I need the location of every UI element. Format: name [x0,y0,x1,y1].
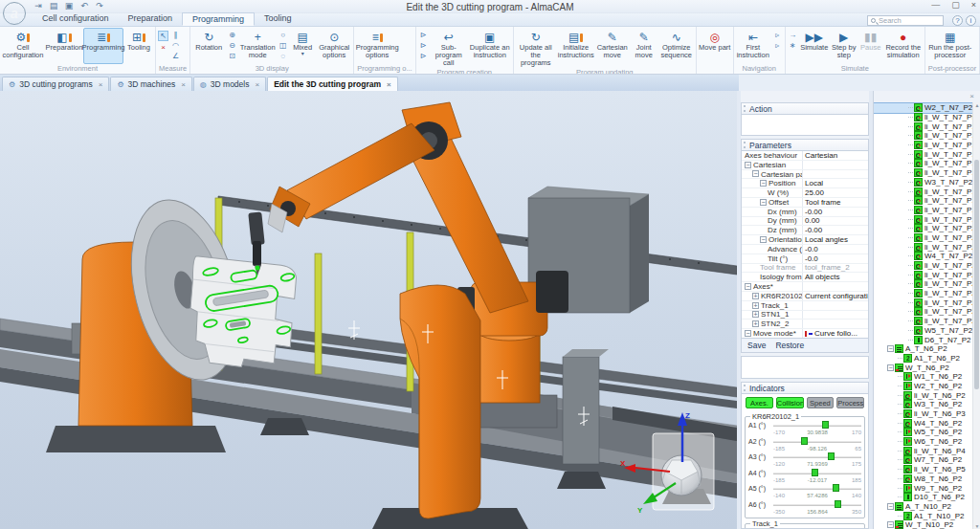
expander-icon[interactable]: + [752,320,759,327]
small-tool-icon[interactable]: ∥ [174,31,178,39]
small-tool-icon[interactable]: ↖ [158,31,168,41]
small-tool-icon[interactable]: ▹ [775,31,779,39]
small-tool-icon[interactable]: ⊳ [420,31,427,39]
parameter-row[interactable]: W (%)25.00 [742,188,868,198]
small-tool-icon[interactable]: ○ [280,31,285,39]
simulate-button[interactable]: ▶▶Simulate [799,28,830,64]
tree-item[interactable]: li_W_T_N7_P10 [874,121,972,131]
step-by-step-button[interactable]: ▶Step by step [830,28,858,64]
initialize-instructions-button[interactable]: ▤Initialize instructions [557,28,595,68]
search-input[interactable]: Search [867,15,944,26]
tree-scrollbar[interactable]: ▲ ▼ [972,102,980,529]
slider-handle[interactable] [822,421,829,429]
tree-item[interactable]: li_W_T_N7_P19 [874,214,972,224]
small-tool-icon[interactable]: ⊳ [420,41,427,50]
parameter-row[interactable]: −OrientationLocal angles [742,235,868,245]
parameter-value[interactable]: 25.00 [803,188,868,197]
tree-item[interactable]: W2_T_N7_P2 [874,103,972,113]
parameter-value[interactable]: -0.0 [803,254,868,263]
tree-item[interactable]: −W_T_N10_P2 [874,520,972,529]
tree-item[interactable]: li_W_T_N7_P26 [874,289,972,298]
close-button[interactable]: × [971,0,976,10]
tree-item[interactable]: W4_T_N6_P2 [874,418,972,428]
axis-slider[interactable]: -12071.9369175 [773,452,861,468]
expander-icon[interactable]: − [745,330,751,337]
mixed-button[interactable]: ▤Mixed▾ [289,28,316,64]
parameter-row[interactable]: −Cartesian parame [742,170,868,180]
parameter-row[interactable]: Isology fromAll objects [742,273,868,282]
move-part-button[interactable]: ◎Move part [698,28,732,64]
maximize-button[interactable]: ▢ [951,0,960,10]
axis-slider[interactable]: -185-98.12665 [773,437,861,452]
programming-options-button[interactable]: ≡Programming options [355,28,399,64]
parameter-row[interactable]: Advance (°-0.0 [742,245,868,254]
tree-item[interactable]: W5_T_N7_P2 [874,326,972,336]
tree-item[interactable]: li_W_T_N7_P16 [874,187,972,196]
parameter-value[interactable]: Cartesian [803,151,868,160]
viewport-3d[interactable]: X Y Z [0,91,737,529]
small-tool-icon[interactable]: → [789,31,796,39]
tree-item[interactable]: W6_T_N6_P2 [874,437,972,447]
parameter-row[interactable]: +Track_1 [742,301,868,311]
tree-item[interactable]: W3_T_N7_P2 [874,178,972,187]
save-button[interactable]: Save [747,341,766,350]
parameters-header[interactable]: Parameters [741,139,869,151]
joint-move-button[interactable]: ✎Joint move [630,28,658,68]
tree-item[interactable]: li_W_T_N7_P11 [874,131,972,141]
parameter-value[interactable]: Current configurati [803,292,868,300]
tree-item[interactable]: W1_T_N6_P2 [874,372,972,382]
tree-item[interactable]: li_W_T_N6_P5 [874,465,972,474]
tree-item[interactable]: W8_T_N6_P2 [874,474,972,484]
indicator-collision-toggle[interactable]: Collision [776,397,804,408]
tree-item[interactable]: li_W_T_N6_P2 [874,390,972,400]
expander-icon[interactable]: − [760,236,767,243]
scroll-down-icon[interactable]: ▼ [973,523,980,529]
tree-item[interactable]: li_W_T_N7_P20 [874,224,972,233]
parameter-value[interactable]: -0.00 [803,226,868,234]
expander-icon[interactable]: − [760,180,767,187]
parameter-value[interactable]: Local [803,179,868,187]
tree-expander-icon[interactable]: − [887,521,894,528]
tree-item[interactable]: W7_T_N6_P2 [874,455,972,465]
tree-expander-icon[interactable]: − [887,503,894,510]
tree-item[interactable]: A1_T_N6_P2 [874,354,972,364]
tree-item[interactable]: li_W_T_N7_P28 [874,307,972,317]
minimize-button[interactable]: — [931,0,940,10]
parameter-row[interactable]: −Axes* [742,282,868,292]
tree-item[interactable]: li_W_T_N7_P12 [874,141,972,150]
parameter-row[interactable]: −Move mode*Curve follo... [742,329,868,339]
tree-item[interactable]: li_W_T_N7_P13 [874,149,972,159]
expander-icon[interactable]: − [752,170,759,177]
doc-tab-3d-machines[interactable]: ⚙3D machines× [110,77,191,91]
small-tool-icon[interactable]: ∠ [172,52,179,60]
tree-item[interactable]: −W_T_N6_P2 [874,363,972,372]
tree-item[interactable]: li_W_T_N7_P9 [874,113,972,122]
cartesian-move-button[interactable]: ✎Cartesian move [595,28,630,68]
tree-item[interactable]: W2_T_N6_P2 [874,382,972,391]
tree-expander-icon[interactable]: − [887,364,894,371]
parameter-value[interactable]: tool_frame_2 [803,263,868,272]
sub-program-call-button[interactable]: ↩Sub-program call [430,28,468,68]
parameter-value[interactable]: Curve follo... [803,329,868,338]
scrollbar-thumb[interactable] [974,160,979,389]
tree-item[interactable]: li_W_T_N7_P27 [874,298,972,307]
info-button[interactable]: i [966,15,976,26]
pause-button[interactable]: ▮▮Pause [858,28,883,64]
ribbon-tab-preparation[interactable]: Preparation [119,12,183,26]
tab-close-icon[interactable]: × [181,80,186,89]
expander-icon[interactable]: − [760,199,767,206]
parameter-value[interactable]: 0.00 [803,216,868,225]
parameter-value[interactable]: All objects [803,273,868,281]
tree-item[interactable]: W4_T_N7_P2 [874,252,972,261]
parameter-row[interactable]: Tool frametool_frame_2 [742,264,868,274]
tree-item[interactable]: D10_T_N6_P2 [874,493,972,502]
preparation-button[interactable]: ◧Preparation [45,28,83,64]
slider-handle[interactable] [835,500,841,508]
parameter-row[interactable]: +KR6R20102_1Current configurati [742,292,868,301]
small-tool-icon[interactable]: ▹ [775,41,779,50]
parameter-value[interactable]: Tool frame [803,198,868,207]
update-all-the-programs-button[interactable]: ↻Update all the programs [515,28,557,68]
parameter-value[interactable]: -0.0 [803,245,868,253]
parameter-value[interactable]: Local angles [803,235,868,244]
small-tool-icon[interactable]: ◌ [280,52,285,60]
